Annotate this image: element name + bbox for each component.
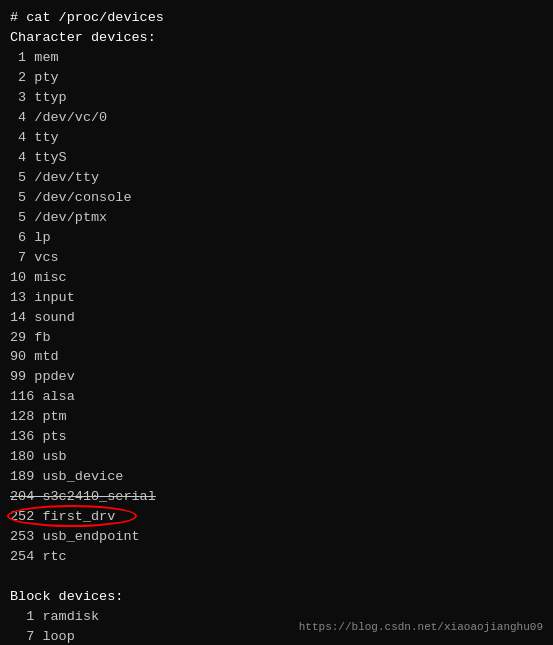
watermark: https://blog.csdn.net/xiaoaojianghu09 xyxy=(299,621,543,633)
line-252: 252 first_drv xyxy=(10,507,543,527)
blank-line xyxy=(10,567,543,587)
line-3: 3 ttyp xyxy=(10,88,543,108)
terminal-window: # cat /proc/devices Character devices: 1… xyxy=(0,0,553,645)
line-6: 6 lp xyxy=(10,228,543,248)
line-7: 7 vcs xyxy=(10,248,543,268)
char-devices-header: Character devices: xyxy=(10,28,543,48)
line-90: 90 mtd xyxy=(10,347,543,367)
line-4a: 4 /dev/vc/0 xyxy=(10,108,543,128)
line-5c: 5 /dev/ptmx xyxy=(10,208,543,228)
line-10: 10 misc xyxy=(10,268,543,288)
line-13: 13 input xyxy=(10,288,543,308)
line-253: 253 usb_endpoint xyxy=(10,527,543,547)
line-136: 136 pts xyxy=(10,427,543,447)
line-14: 14 sound xyxy=(10,308,543,328)
line-5b: 5 /dev/console xyxy=(10,188,543,208)
line-180: 180 usb xyxy=(10,447,543,467)
line-1: 1 mem xyxy=(10,48,543,68)
line-254: 254 rtc xyxy=(10,547,543,567)
line-4c: 4 ttyS xyxy=(10,148,543,168)
block-devices-header: Block devices: xyxy=(10,587,543,607)
command-prompt: # cat /proc/devices xyxy=(10,8,543,28)
line-204: 204 s3c2410_serial xyxy=(10,487,543,507)
line-189: 189 usb_device xyxy=(10,467,543,487)
line-116: 116 alsa xyxy=(10,387,543,407)
oval-highlight xyxy=(7,505,137,527)
line-128: 128 ptm xyxy=(10,407,543,427)
line-4b: 4 tty xyxy=(10,128,543,148)
line-99: 99 ppdev xyxy=(10,367,543,387)
line-29: 29 fb xyxy=(10,328,543,348)
line-2: 2 pty xyxy=(10,68,543,88)
line-5a: 5 /dev/tty xyxy=(10,168,543,188)
